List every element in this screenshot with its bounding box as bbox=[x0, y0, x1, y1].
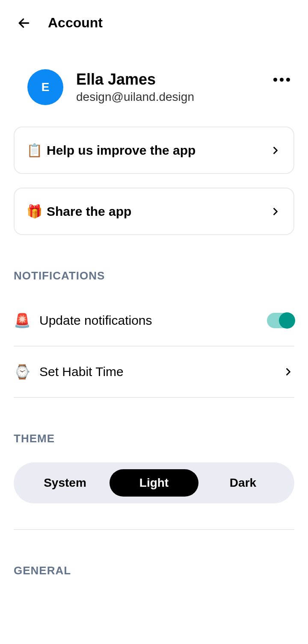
set-habit-time-row[interactable]: ⌚️ Set Habit Time bbox=[14, 347, 294, 398]
theme-light-segment[interactable]: Light bbox=[110, 469, 198, 497]
profile-name: Ella James bbox=[76, 71, 294, 88]
watch-icon: ⌚️ bbox=[14, 364, 31, 380]
update-notifications-row: 🚨 Update notifications bbox=[14, 295, 294, 347]
chevron-right-icon bbox=[270, 144, 281, 156]
siren-icon: 🚨 bbox=[14, 312, 31, 329]
toggle-knob bbox=[279, 312, 295, 329]
general-section-header: GENERAL bbox=[14, 564, 294, 577]
dots-icon bbox=[286, 78, 290, 82]
page-title: Account bbox=[48, 15, 103, 31]
divider bbox=[14, 529, 294, 530]
avatar[interactable]: E bbox=[27, 69, 63, 105]
theme-section-header: THEME bbox=[14, 432, 294, 445]
dots-icon bbox=[280, 78, 284, 82]
help-card-label: Help us improve the app bbox=[47, 143, 270, 158]
help-card[interactable]: 📋 Help us improve the app bbox=[14, 126, 294, 174]
set-habit-time-label: Set Habit Time bbox=[39, 365, 282, 379]
gift-icon: 🎁 bbox=[27, 204, 42, 219]
more-options-button[interactable] bbox=[269, 74, 294, 86]
theme-segmented-control: System Light Dark bbox=[14, 462, 294, 503]
chevron-right-icon bbox=[270, 206, 281, 218]
clipboard-icon: 📋 bbox=[27, 143, 42, 158]
share-card[interactable]: 🎁 Share the app bbox=[14, 188, 294, 235]
update-notifications-toggle[interactable] bbox=[267, 313, 294, 328]
back-arrow-icon bbox=[17, 16, 31, 30]
profile-info: Ella James design@uiland.design bbox=[76, 71, 294, 104]
notifications-section-header: NOTIFICATIONS bbox=[14, 269, 294, 282]
content: E Ella James design@uiland.design 📋 Help… bbox=[0, 44, 308, 577]
header: Account bbox=[0, 0, 308, 44]
profile-email: design@uiland.design bbox=[76, 90, 294, 104]
dots-icon bbox=[273, 78, 277, 82]
back-button[interactable] bbox=[17, 16, 31, 30]
theme-system-segment[interactable]: System bbox=[21, 469, 110, 497]
theme-dark-segment[interactable]: Dark bbox=[198, 469, 287, 497]
update-notifications-label: Update notifications bbox=[39, 313, 267, 328]
share-card-label: Share the app bbox=[47, 204, 270, 219]
profile-row: E Ella James design@uiland.design bbox=[14, 44, 294, 126]
chevron-right-icon bbox=[282, 366, 294, 378]
